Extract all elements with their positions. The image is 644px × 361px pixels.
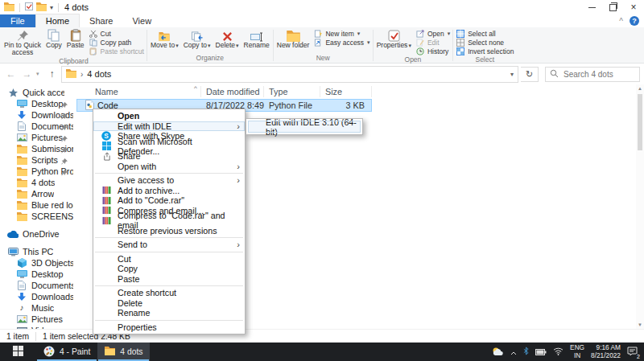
- breadcrumb[interactable]: › 4 dots ▾: [61, 66, 518, 83]
- copy-path-button[interactable]: Copy path: [89, 39, 144, 47]
- copy-to-button[interactable]: Copy to▾: [181, 28, 213, 49]
- new-folder-qat-icon[interactable]: [36, 2, 47, 13]
- notification-center-button[interactable]: 2: [627, 347, 638, 358]
- recent-locations-caret-icon[interactable]: ▾: [36, 71, 43, 77]
- select-none-button[interactable]: Select none: [456, 39, 514, 47]
- menu-item-add-to-code-rar[interactable]: Add to "Code.rar": [93, 195, 245, 206]
- sidebar-item-desktop[interactable]: Desktop: [0, 269, 76, 280]
- invert-selection-button[interactable]: Invert selection: [456, 47, 514, 55]
- sidebar-item-videos[interactable]: Videos: [0, 325, 76, 329]
- properties-qat-icon[interactable]: [25, 2, 33, 12]
- menu-item-open-with[interactable]: Open with›: [93, 162, 245, 172]
- sidebar-item-3d-objects[interactable]: 3D Objects: [0, 257, 76, 269]
- back-icon[interactable]: ←: [4, 68, 18, 80]
- new-item-button[interactable]: New item▾: [313, 30, 369, 38]
- cut-button[interactable]: Cut: [89, 30, 144, 38]
- submenu-arrow-icon: ›: [237, 121, 240, 131]
- menu-item-give-access-to[interactable]: Give access to›: [93, 175, 245, 186]
- tab-file[interactable]: File: [0, 14, 35, 27]
- menu-item-create-shortcut[interactable]: Create shortcut: [93, 288, 245, 298]
- menu-item-properties[interactable]: Properties: [93, 322, 245, 333]
- sidebar-item-pictures[interactable]: Pictures: [0, 132, 76, 143]
- sidebar-item-4-dots[interactable]: 4 dots: [0, 177, 76, 188]
- up-icon[interactable]: ↑: [45, 68, 59, 80]
- column-header-type[interactable]: Type: [264, 86, 320, 97]
- clock[interactable]: 9:16 AM 8/21/2022: [591, 344, 621, 360]
- paste-shortcut-button[interactable]: Paste shortcut: [89, 47, 144, 55]
- start-button[interactable]: [0, 343, 36, 361]
- edit-button[interactable]: Edit: [415, 39, 450, 47]
- taskbar-app-4-dots[interactable]: 4 dots: [97, 343, 150, 361]
- address-dropdown-caret-icon[interactable]: ▾: [510, 71, 514, 78]
- column-header-name[interactable]: Name: [76, 86, 201, 97]
- menu-item-share[interactable]: Share: [93, 151, 245, 162]
- close-button[interactable]: ×: [623, 0, 644, 14]
- pin-to-quick-access-button[interactable]: Pin to Quick access: [2, 28, 43, 57]
- sidebar-item-desktop[interactable]: Desktop: [0, 98, 76, 109]
- search-input[interactable]: [562, 69, 635, 80]
- menu-item-delete[interactable]: Delete: [93, 298, 245, 309]
- menu-item-send-to[interactable]: Send to›: [93, 240, 245, 250]
- restore-button[interactable]: [602, 0, 623, 14]
- history-button[interactable]: History: [415, 47, 450, 55]
- sidebar-item-downloads[interactable]: Downloads: [0, 291, 76, 302]
- menu-item-open[interactable]: Open: [93, 111, 245, 121]
- minimize-button[interactable]: [581, 0, 602, 14]
- sidebar-item-this-pc[interactable]: This PC: [0, 246, 76, 257]
- copy-to-icon: [191, 29, 204, 42]
- search-box[interactable]: [545, 67, 640, 82]
- show-hidden-icons-chevron-icon[interactable]: [510, 347, 517, 357]
- column-header-size[interactable]: Size: [320, 86, 372, 97]
- customize-qat-caret-icon[interactable]: ▾: [50, 4, 53, 11]
- sidebar-item-scripts[interactable]: Scripts: [0, 154, 76, 166]
- paste-button[interactable]: Paste: [64, 28, 87, 49]
- sidebar-item-screenshots[interactable]: SCREENSHOTS: [0, 211, 76, 222]
- sidebar-item-quick-access[interactable]: Quick access: [0, 87, 76, 98]
- sidebar-item-pictures[interactable]: Pictures: [0, 314, 76, 325]
- tab-share[interactable]: Share: [80, 14, 122, 27]
- sidebar-item-arrow[interactable]: Arrow: [0, 188, 76, 199]
- menu-item-copy[interactable]: Copy: [93, 264, 245, 274]
- sidebar-item-submission-p[interactable]: Submission P: [0, 143, 76, 154]
- taskbar-app-4-paint[interactable]: 4 - Paint: [36, 343, 97, 361]
- help-icon[interactable]: ?: [630, 16, 639, 26]
- sidebar-item-documents[interactable]: Documents: [0, 280, 76, 291]
- rename-button[interactable]: Rename: [242, 28, 272, 49]
- menu-item-rename[interactable]: Rename: [93, 308, 245, 318]
- open-button[interactable]: Open▾: [415, 30, 450, 38]
- menu-item-cut[interactable]: Cut: [93, 254, 245, 265]
- tab-home[interactable]: Home: [35, 14, 80, 27]
- breadcrumb-path[interactable]: 4 dots: [87, 69, 111, 79]
- column-header-date-modified[interactable]: Date modified: [201, 86, 264, 97]
- menu-item-edit-with-idle-3-10-64-bit[interactable]: Edit with IDLE 3.10 (64-bit): [248, 121, 361, 133]
- refresh-button[interactable]: ↻: [521, 67, 539, 82]
- menu-item-compress-to-code-rar-and-email[interactable]: Compress to "Code.rar" and email: [93, 215, 245, 226]
- tab-view[interactable]: View: [122, 14, 161, 27]
- delete-button[interactable]: Delete▾: [213, 28, 242, 49]
- sidebar-item-documents[interactable]: Documents: [0, 121, 76, 132]
- menu-item-edit-with-idle[interactable]: Edit with IDLE›: [93, 121, 245, 132]
- properties-button[interactable]: Properties▾: [374, 28, 414, 49]
- sidebar-item-music[interactable]: ♪Music: [0, 302, 76, 314]
- sidebar-item-onedrive[interactable]: OneDrive: [0, 228, 76, 240]
- weather-icon[interactable]: [492, 347, 504, 358]
- select-all-button[interactable]: Select all: [456, 30, 514, 38]
- collapse-ribbon-icon[interactable]: ^: [619, 17, 623, 26]
- move-to-button[interactable]: Move to▾: [148, 28, 181, 49]
- menu-item-paste[interactable]: Paste: [93, 274, 245, 285]
- copy-button[interactable]: Copy: [43, 28, 64, 49]
- menu-item-restore-previous-versions[interactable]: Restore previous versions: [93, 226, 245, 236]
- menu-item-add-to-archive[interactable]: Add to archive...: [93, 186, 245, 196]
- menu-item-scan-with-microsoft-defender[interactable]: Scan with Microsoft Defender...: [93, 142, 245, 152]
- language-indicator[interactable]: ENG IN: [570, 344, 584, 360]
- sidebar-item-python-progr[interactable]: Python Progr: [0, 166, 76, 177]
- new-folder-button[interactable]: New folder: [275, 28, 312, 49]
- wifi-icon[interactable]: [553, 347, 564, 357]
- sidebar-item-blue-red-logo[interactable]: Blue red logo: [0, 199, 76, 211]
- menu-item-label: Open: [118, 111, 139, 121]
- battery-icon[interactable]: [535, 347, 547, 357]
- forward-icon[interactable]: →: [20, 68, 34, 80]
- bluetooth-icon[interactable]: [523, 347, 529, 357]
- sidebar-item-downloads[interactable]: Downloads: [0, 109, 76, 121]
- easy-access-button[interactable]: Easy access▾: [313, 39, 369, 47]
